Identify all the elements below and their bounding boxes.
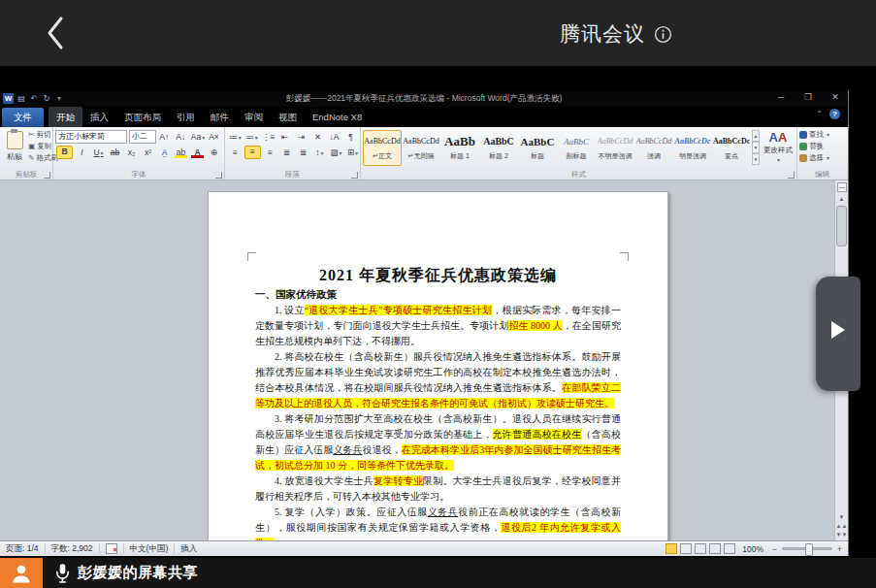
web-layout-view-icon[interactable]	[695, 543, 706, 554]
document-page[interactable]: 2021 年夏秋季征兵优惠政策选编 一、国家优待政策 1. 设立“退役大学生士兵…	[208, 191, 668, 540]
shrink-font-icon[interactable]: A↓	[174, 131, 188, 143]
font-size-select[interactable]: 小二	[129, 130, 156, 144]
scrollbar-thumb[interactable]	[836, 206, 847, 246]
outline-view-icon[interactable]	[709, 543, 721, 554]
style-item[interactable]: AaBbCcDd↵正文	[363, 130, 402, 166]
align-right-icon[interactable]: ≡	[263, 147, 277, 158]
borders-icon[interactable]: ⊞▾	[345, 147, 360, 158]
style-item[interactable]: AaBbC标题	[518, 130, 557, 166]
bold-icon[interactable]: B	[56, 146, 73, 159]
phonetic-guide-icon[interactable]: A̤	[157, 147, 172, 158]
info-icon[interactable]	[654, 25, 672, 44]
style-item[interactable]: AaBbCcDd强调	[634, 130, 673, 166]
tab-引用[interactable]: 引用	[169, 107, 203, 127]
tab-EndNote X8[interactable]: EndNote X8	[305, 107, 370, 127]
underline-icon[interactable]: U▾	[91, 147, 106, 158]
distribute-icon[interactable]: ≣	[296, 147, 310, 158]
format-painter-button[interactable]: ✎ 格式刷	[28, 152, 50, 164]
fullscreen-reading-view-icon[interactable]	[680, 543, 692, 554]
paste-button[interactable]: 粘贴	[2, 129, 27, 162]
italic-icon[interactable]: I	[75, 147, 89, 158]
decrease-indent-icon[interactable]: ⇤	[277, 131, 292, 143]
insert-mode-indicator[interactable]: 插入	[175, 543, 203, 554]
expand-video-panel-button[interactable]	[816, 277, 860, 391]
style-item[interactable]: AaBbCcDd↵无间隔	[402, 130, 440, 166]
select-button[interactable]: 选择▾	[799, 152, 845, 164]
grow-font-icon[interactable]: A↑	[157, 131, 172, 143]
asian-layout-icon[interactable]: ✕	[310, 131, 325, 143]
style-item[interactable]: AaBbCcDc要点	[712, 130, 751, 166]
cut-button[interactable]: ✂ 剪切	[28, 129, 50, 141]
back-button[interactable]	[45, 16, 70, 50]
undo-icon[interactable]: ↶	[29, 94, 39, 104]
paragraph-dialog-launcher[interactable]	[351, 172, 358, 179]
replace-button[interactable]: 替换	[799, 141, 845, 152]
style-item[interactable]: AaBbCcDd不明显强调	[596, 130, 634, 166]
bullet-list-icon[interactable]: ≔▾	[228, 131, 243, 143]
tab-插入[interactable]: 插入	[82, 107, 116, 127]
align-center-icon[interactable]: ≡	[244, 146, 261, 159]
tab-邮件[interactable]: 邮件	[203, 107, 237, 127]
change-styles-button[interactable]: AA 更改样式 ▾	[762, 130, 795, 164]
multilevel-list-icon[interactable]: ⋮≡	[261, 131, 276, 143]
sort-icon[interactable]: ↓A	[327, 131, 341, 143]
tab-审阅[interactable]: 审阅	[237, 107, 271, 127]
gallery-up-icon[interactable]: ▲	[752, 130, 760, 142]
numbered-list-icon[interactable]: ≕▾	[244, 131, 259, 143]
line-spacing-icon[interactable]: ↕▾	[312, 147, 327, 158]
show-marks-icon[interactable]: ¶	[343, 131, 358, 143]
language-indicator[interactable]: 中文(中国)	[124, 543, 176, 554]
tab-开始[interactable]: 开始	[49, 107, 82, 127]
styles-dialog-launcher[interactable]	[788, 172, 795, 179]
zoom-out-icon[interactable]: −	[770, 544, 779, 554]
enclose-character-icon[interactable]: ⊕	[207, 147, 221, 158]
style-item[interactable]: AaBbC副标题	[557, 130, 596, 166]
find-button[interactable]: 查找▾	[799, 129, 845, 141]
close-button[interactable]: ✕	[828, 92, 842, 102]
word-count[interactable]: 字数: 2,902	[46, 543, 100, 554]
style-item[interactable]: AaBb标题 1	[440, 130, 479, 166]
previous-page-icon[interactable]: ▲▲	[835, 522, 848, 531]
text-highlight-icon[interactable]: ab	[174, 147, 188, 158]
print-layout-view-icon[interactable]	[665, 543, 677, 554]
restore-button[interactable]: ❐	[801, 92, 815, 102]
zoom-slider-thumb[interactable]	[805, 543, 813, 556]
zoom-level[interactable]: 100%	[738, 544, 767, 554]
next-page-icon[interactable]: ▼▼	[835, 531, 848, 539]
increase-indent-icon[interactable]: ⇥	[294, 131, 308, 143]
clipboard-dialog-launcher[interactable]	[44, 172, 50, 179]
draft-view-icon[interactable]	[724, 543, 735, 554]
copy-button[interactable]: ▣ 复制	[28, 141, 50, 152]
clear-formatting-icon[interactable]: A×	[207, 131, 221, 143]
style-item[interactable]: AaBbC标题 2	[479, 130, 518, 166]
minimize-button[interactable]: ─	[774, 92, 788, 102]
align-left-icon[interactable]: ≡	[228, 147, 243, 158]
font-color-icon[interactable]: A	[190, 147, 205, 158]
strikethrough-icon[interactable]: ab	[108, 147, 122, 158]
tab-页面布局[interactable]: 页面布局	[116, 107, 169, 127]
tab-视图[interactable]: 视图	[271, 107, 305, 127]
save-icon[interactable]: ▤	[16, 94, 26, 104]
qat-dropdown-icon[interactable]: ▾	[54, 94, 64, 104]
scroll-down-icon[interactable]: ▼	[835, 513, 848, 522]
word-app-icon[interactable]: W	[3, 93, 14, 104]
spellcheck-status[interactable]	[100, 543, 124, 554]
gallery-more-icon[interactable]: ▼	[752, 153, 760, 165]
style-item[interactable]: AaBbCcDc明显强调	[673, 130, 712, 166]
zoom-in-icon[interactable]: +	[835, 544, 844, 554]
change-case-icon[interactable]: Aa▾	[190, 131, 205, 143]
font-dialog-launcher[interactable]	[215, 172, 222, 179]
subscript-icon[interactable]: x₂	[124, 147, 139, 158]
justify-icon[interactable]: ≣	[279, 147, 294, 158]
scroll-up-icon[interactable]: ▲	[835, 194, 848, 204]
page-indicator[interactable]: 页面: 1/4	[0, 543, 46, 554]
shading-icon[interactable]: ▨▾	[329, 147, 343, 158]
gallery-down-icon[interactable]: ▼	[752, 142, 760, 153]
help-icon[interactable]: ?	[829, 109, 840, 119]
tab-文件[interactable]: 文件	[2, 108, 44, 127]
font-name-select[interactable]: 方正小标宋简	[55, 130, 127, 144]
ruler-toggle-icon[interactable]	[837, 182, 847, 192]
redo-icon[interactable]: ↻	[42, 94, 51, 104]
collapse-ribbon-icon[interactable]: ⌃	[816, 110, 823, 118]
superscript-icon[interactable]: x²	[141, 147, 155, 158]
